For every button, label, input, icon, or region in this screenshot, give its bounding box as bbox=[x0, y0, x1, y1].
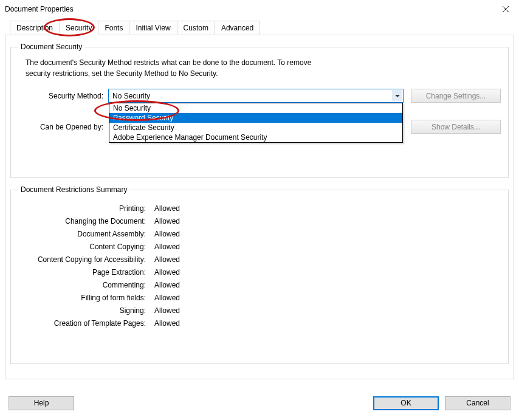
security-method-label: Security Method: bbox=[18, 92, 108, 100]
tab-description[interactable]: Description bbox=[10, 21, 60, 35]
security-description: The document's Security Method restricts… bbox=[26, 57, 501, 79]
tabs: Description Security Fonts Initial View … bbox=[10, 21, 514, 35]
dialog-footer: Help OK Cancel bbox=[0, 392, 519, 420]
restrictions-group: Document Restrictions Summary Printing:A… bbox=[10, 185, 509, 364]
window-title: Document Properties bbox=[5, 5, 492, 13]
option-no-security[interactable]: No Security bbox=[109, 103, 402, 113]
restriction-label: Filling of form fields: bbox=[18, 294, 151, 302]
change-settings-button[interactable]: Change Settings... bbox=[411, 89, 501, 103]
restriction-row: Filling of form fields:Allowed bbox=[18, 294, 501, 302]
restriction-value: Allowed bbox=[151, 230, 180, 238]
tab-fonts[interactable]: Fonts bbox=[98, 21, 129, 35]
panel-security: Document Security The document's Securit… bbox=[5, 35, 514, 379]
restriction-row: Page Extraction:Allowed bbox=[18, 268, 501, 277]
restriction-row: Changing the Document:Allowed bbox=[18, 217, 501, 225]
restriction-row: Creation of Template Pages:Allowed bbox=[18, 319, 501, 328]
restriction-label: Page Extraction: bbox=[18, 268, 151, 277]
restriction-row: Document Assembly:Allowed bbox=[18, 230, 501, 238]
restriction-label: Document Assembly: bbox=[18, 230, 151, 238]
restriction-row: Content Copying for Accessibility:Allowe… bbox=[18, 255, 501, 264]
dropdown-arrow[interactable] bbox=[392, 90, 402, 102]
option-password-security[interactable]: Password Security bbox=[109, 113, 402, 123]
option-certificate-security[interactable]: Certificate Security bbox=[109, 123, 402, 133]
tab-custom[interactable]: Custom bbox=[177, 21, 215, 35]
restriction-value: Allowed bbox=[151, 268, 180, 277]
option-aem-document-security[interactable]: Adobe Experience Manager Document Securi… bbox=[109, 133, 402, 142]
close-icon bbox=[503, 6, 509, 12]
restriction-value: Allowed bbox=[151, 243, 180, 251]
tab-advanced[interactable]: Advanced bbox=[215, 21, 260, 35]
restriction-label: Changing the Document: bbox=[18, 217, 151, 225]
title-bar: Document Properties bbox=[0, 0, 519, 18]
restrictions-legend: Document Restrictions Summary bbox=[18, 185, 129, 194]
restriction-label: Printing: bbox=[18, 204, 151, 213]
can-be-opened-by-label: Can be Opened by: bbox=[18, 123, 108, 131]
document-security-group: Document Security The document's Securit… bbox=[10, 43, 509, 178]
help-button[interactable]: Help bbox=[9, 396, 74, 410]
show-details-button[interactable]: Show Details... bbox=[411, 120, 501, 134]
restriction-value: Allowed bbox=[151, 204, 180, 213]
cancel-button[interactable]: Cancel bbox=[445, 396, 510, 410]
restriction-row: Commenting:Allowed bbox=[18, 281, 501, 289]
security-method-select[interactable]: No Security No Security Password Securit… bbox=[108, 89, 404, 103]
tab-security[interactable]: Security bbox=[59, 21, 98, 35]
restriction-value: Allowed bbox=[151, 294, 180, 302]
tab-initial-view[interactable]: Initial View bbox=[129, 21, 177, 35]
restriction-value: Allowed bbox=[151, 255, 180, 264]
security-method-value: No Security bbox=[112, 92, 150, 100]
document-security-legend: Document Security bbox=[18, 43, 84, 51]
restriction-label: Commenting: bbox=[18, 281, 151, 289]
restriction-value: Allowed bbox=[151, 281, 180, 289]
restriction-row: Signing:Allowed bbox=[18, 306, 501, 315]
restriction-label: Creation of Template Pages: bbox=[18, 319, 151, 328]
restriction-row: Content Copying:Allowed bbox=[18, 243, 501, 251]
ok-button[interactable]: OK bbox=[373, 396, 439, 410]
restriction-value: Allowed bbox=[151, 217, 180, 225]
restriction-row: Printing:Allowed bbox=[18, 204, 501, 213]
security-method-dropdown: No Security Password Security Certificat… bbox=[109, 103, 403, 143]
restriction-label: Content Copying: bbox=[18, 243, 151, 251]
chevron-down-icon bbox=[395, 95, 400, 97]
restriction-label: Signing: bbox=[18, 306, 151, 315]
close-button[interactable] bbox=[492, 0, 519, 18]
restriction-value: Allowed bbox=[151, 306, 180, 315]
restriction-label: Content Copying for Accessibility: bbox=[18, 255, 151, 264]
restriction-value: Allowed bbox=[151, 319, 180, 328]
